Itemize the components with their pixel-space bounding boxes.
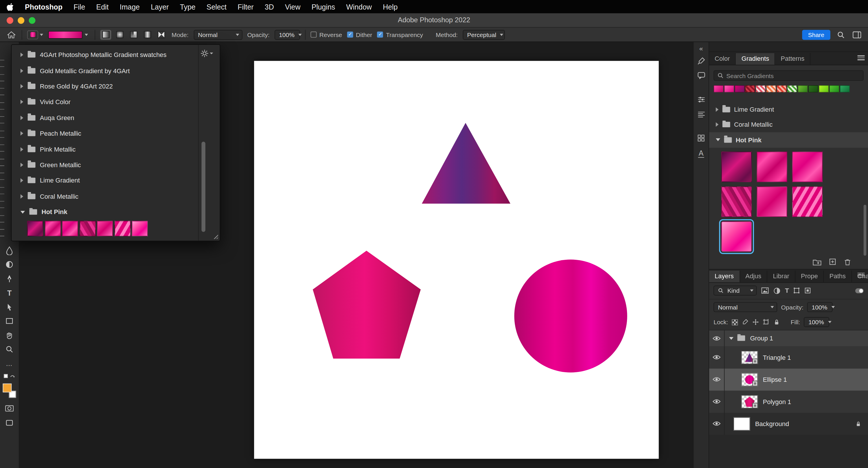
- tool-icon-partial[interactable]: [0, 229, 4, 236]
- gradient-preview-picker[interactable]: [48, 30, 89, 39]
- diamond-gradient-button[interactable]: [156, 30, 167, 39]
- tool-icon-partial[interactable]: [0, 74, 4, 81]
- layer-thumbnail[interactable]: [734, 417, 750, 430]
- layer-name[interactable]: Polygon 1: [763, 398, 791, 405]
- gradient-folder-row[interactable]: 4GArt Photoshop Metallic Gradient swatch…: [11, 47, 198, 63]
- gradient-folder-row[interactable]: Green Metallic: [11, 157, 198, 173]
- method-select[interactable]: Perceptual: [463, 30, 505, 39]
- gradient-swatch[interactable]: [44, 221, 60, 236]
- blend-mode-select[interactable]: Normal: [713, 302, 777, 312]
- gradient-swatch-selected[interactable]: [721, 221, 752, 251]
- layer-row[interactable]: Triangle 1: [709, 346, 868, 369]
- tool-icon-partial[interactable]: [0, 201, 4, 208]
- default-colors-icon[interactable]: [4, 374, 7, 378]
- gradient-swatch-small[interactable]: [798, 85, 807, 93]
- layer-thumbnail[interactable]: [741, 373, 758, 386]
- brush-settings-panel-button[interactable]: [693, 92, 709, 107]
- reverse-checkbox[interactable]: Reverse: [310, 31, 342, 38]
- gradient-swatch[interactable]: [114, 221, 130, 236]
- gradient-folder-row-expanded[interactable]: Hot Pink: [11, 204, 198, 220]
- linear-gradient-button[interactable]: [100, 30, 111, 39]
- zoom-tool-button[interactable]: [0, 342, 19, 356]
- tool-icon-partial[interactable]: [0, 102, 4, 110]
- gradient-preview-swatch[interactable]: [48, 31, 83, 38]
- triangle-shape[interactable]: [422, 123, 510, 204]
- gradient-swatch-small[interactable]: [787, 85, 797, 93]
- filter-type-layers-button[interactable]: T: [785, 287, 789, 294]
- tool-icon-partial[interactable]: [0, 144, 4, 152]
- filter-adjustment-layers-button[interactable]: [773, 287, 781, 294]
- chevron-right-icon[interactable]: [21, 162, 24, 167]
- menu-item-filter[interactable]: Filter: [238, 3, 253, 11]
- home-button[interactable]: [5, 29, 17, 40]
- layer-name[interactable]: Group 1: [750, 335, 773, 342]
- tab-patterns[interactable]: Patterns: [775, 53, 810, 65]
- picker-settings-button[interactable]: [200, 49, 213, 58]
- gradient-swatch[interactable]: [792, 151, 823, 182]
- menu-item-view[interactable]: View: [285, 3, 300, 11]
- delete-gradient-button[interactable]: [844, 258, 851, 266]
- lock-pixels-button[interactable]: [742, 319, 748, 325]
- chevron-right-icon[interactable]: [21, 147, 24, 151]
- menu-item-window[interactable]: Window: [346, 3, 372, 11]
- pen-tool-button[interactable]: [0, 272, 19, 286]
- gradient-folder-row[interactable]: Lime Gradient: [709, 102, 868, 117]
- apple-icon[interactable]: [7, 3, 14, 11]
- menu-item-photoshop[interactable]: Photoshop: [25, 3, 62, 11]
- menu-item-type[interactable]: Type: [180, 3, 195, 11]
- search-button[interactable]: [835, 29, 846, 40]
- blur-tool-button[interactable]: [0, 244, 19, 258]
- tab-gradients[interactable]: Gradients: [736, 53, 775, 65]
- tool-icon-partial[interactable]: [0, 187, 4, 194]
- gradient-search[interactable]: [713, 70, 863, 81]
- tool-icon-partial[interactable]: [0, 215, 4, 222]
- menu-item-help[interactable]: Help: [383, 3, 398, 11]
- tab-color[interactable]: Color: [709, 53, 736, 65]
- tool-icon-partial[interactable]: [0, 116, 4, 124]
- path-select-tool-button[interactable]: [0, 300, 19, 314]
- menu-item-image[interactable]: Image: [120, 3, 140, 11]
- gradient-picker-open-button[interactable]: [83, 30, 90, 39]
- chevron-down-icon[interactable]: [21, 211, 25, 214]
- transparency-checkbox[interactable]: Transparency: [377, 31, 423, 38]
- gradient-folder-row[interactable]: Coral Metallic: [11, 188, 198, 204]
- layer-thumbnail[interactable]: [741, 350, 758, 364]
- visibility-toggle[interactable]: [709, 391, 725, 413]
- gradient-folder-row[interactable]: Gold Metallic Gradient by 4GArt: [11, 63, 198, 79]
- tab-adjustments[interactable]: Adjus: [740, 271, 767, 282]
- gradient-folder-row-expanded[interactable]: Hot Pink: [709, 132, 868, 148]
- type-tool-button[interactable]: T: [0, 286, 19, 300]
- menu-item-edit[interactable]: Edit: [96, 3, 109, 11]
- gradient-swatch-small[interactable]: [840, 85, 849, 93]
- layer-row-selected[interactable]: Ellipse 1: [709, 368, 868, 391]
- edit-toolbar-button[interactable]: …: [0, 356, 19, 371]
- gradient-swatch-small[interactable]: [713, 85, 723, 93]
- workspace-panels-button[interactable]: [851, 29, 863, 40]
- gradient-swatch-small[interactable]: [745, 85, 754, 93]
- tool-preset-picker[interactable]: [27, 30, 43, 39]
- gradient-folder-row[interactable]: Lime Gradient: [11, 173, 198, 188]
- layer-lock-icon[interactable]: [855, 420, 861, 427]
- fill-select[interactable]: 100%: [804, 317, 830, 327]
- layer-row-group[interactable]: Group 1: [709, 330, 868, 346]
- gradient-folder-row[interactable]: Coral Metallic: [709, 117, 868, 132]
- visibility-toggle[interactable]: [709, 330, 725, 346]
- gradient-swatch-small[interactable]: [777, 85, 786, 93]
- visibility-toggle[interactable]: [709, 412, 725, 435]
- gradient-swatch-small[interactable]: [735, 85, 744, 93]
- menu-item-layer[interactable]: Layer: [151, 3, 169, 11]
- visibility-toggle[interactable]: [709, 346, 725, 369]
- search-gradients-input[interactable]: [726, 72, 860, 79]
- layer-row-background[interactable]: Background: [709, 412, 868, 435]
- tab-libraries[interactable]: Librar: [767, 271, 795, 282]
- visibility-toggle[interactable]: [709, 368, 725, 391]
- chevron-right-icon[interactable]: [21, 53, 24, 57]
- lock-position-button[interactable]: [752, 319, 759, 325]
- chevron-right-icon[interactable]: [21, 179, 24, 183]
- lock-artboard-button[interactable]: [763, 319, 770, 325]
- tab-paths[interactable]: Paths: [824, 271, 852, 282]
- gradient-swatch-small[interactable]: [724, 85, 734, 93]
- document-canvas[interactable]: [254, 61, 659, 459]
- new-gradient-button[interactable]: [829, 258, 836, 266]
- brushes-panel-button[interactable]: [693, 53, 709, 68]
